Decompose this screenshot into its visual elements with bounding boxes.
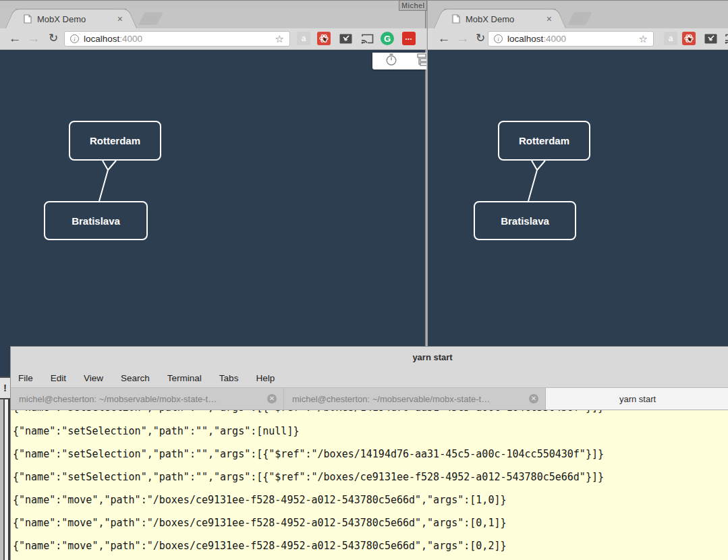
page-info-icon[interactable]: i	[70, 34, 79, 43]
url-port: :4000	[543, 34, 566, 44]
mobx-devtools-extension-icon[interactable]	[317, 32, 331, 45]
cast-extension-icon[interactable]	[724, 32, 728, 45]
menu-terminal[interactable]: Terminal	[167, 373, 202, 383]
menu-search[interactable]: Search	[121, 373, 150, 383]
terminal-output[interactable]: {"name":"setSelection","path":"","args":…	[11, 410, 728, 560]
mobx-demo-canvas[interactable]: Rotterdam Bratislava	[428, 50, 728, 347]
browser-tab-mobx-demo[interactable]: MobX Demo ×	[444, 9, 556, 28]
back-button[interactable]: ←	[436, 30, 452, 47]
address-bar[interactable]: i localhost:4000 ☆	[488, 31, 654, 47]
node-bratislava[interactable]: Bratislava	[44, 201, 148, 240]
new-tab-button[interactable]	[138, 12, 163, 25]
browser-toolbar: ← → ↻ i localhost:4000 ☆ a	[0, 28, 426, 50]
terminal-titlebar[interactable]: yarn start	[11, 347, 728, 368]
reload-button[interactable]: ↻	[45, 30, 61, 47]
browser-tab-mobx-demo[interactable]: MobX Demo ×	[16, 9, 127, 28]
alert-exclamation-badge: !	[0, 376, 10, 399]
terminal-line: {"name":"move","path":"/boxes/ce9131ee-f…	[13, 540, 507, 552]
tab-title: MobX Demo	[37, 14, 113, 24]
node-bratislava[interactable]: Bratislava	[474, 201, 576, 240]
url-host: localhost	[507, 34, 543, 44]
inbox-extension-icon[interactable]	[704, 32, 717, 45]
tab-close-icon[interactable]: ✕	[267, 394, 277, 403]
terminal-tab-1[interactable]: michel@chesterton: ~/mobservable/mobx-st…	[11, 388, 284, 410]
address-bar[interactable]: i localhost:4000 ☆	[64, 31, 290, 47]
menu-tabs[interactable]: Tabs	[219, 373, 239, 383]
desktop: MobX Demo × ← → ↻ i localhost:4000 ☆ a	[0, 0, 728, 560]
menu-edit[interactable]: Edit	[51, 373, 66, 383]
bookmark-star-icon[interactable]: ☆	[275, 33, 284, 45]
terminal-line-clipped: {"name":"setSelection","path":"","args":…	[13, 410, 604, 414]
reload-button[interactable]: ↻	[472, 30, 488, 47]
browser-window-left: MobX Demo × ← → ↻ i localhost:4000 ☆ a	[0, 0, 426, 346]
terminal-line: {"name":"setSelection","path":"","args":…	[13, 471, 604, 483]
disabled-extension-icon[interactable]: a	[664, 32, 677, 45]
browser-toolbar: ← → ↻ i localhost:4000 ☆ a	[428, 28, 728, 50]
tab-title: MobX Demo	[466, 14, 542, 24]
grammarly-extension-icon[interactable]: G	[381, 32, 394, 45]
disabled-extension-icon[interactable]: a	[297, 32, 310, 45]
terminal-window: yarn start File Edit View Search Termina…	[10, 346, 728, 560]
node-rotterdam[interactable]: Rotterdam	[498, 121, 590, 161]
terminal-tab-2[interactable]: michel@chesterton: ~/mobservable/mobx-st…	[284, 388, 546, 410]
forward-button[interactable]: →	[455, 30, 471, 47]
page-favicon-icon	[24, 14, 32, 24]
node-rotterdam[interactable]: Rotterdam	[69, 121, 161, 161]
node-label: Rotterdam	[519, 135, 569, 146]
node-label: Bratislava	[501, 215, 549, 227]
terminal-tab-yarn-start[interactable]: yarn start	[546, 388, 728, 410]
menu-file[interactable]: File	[18, 373, 33, 383]
tab-close-icon[interactable]: ×	[547, 14, 552, 24]
inbox-extension-icon[interactable]	[339, 32, 352, 45]
node-label: Rotterdam	[90, 135, 140, 146]
red-dots-extension-icon[interactable]: •••	[402, 32, 416, 45]
page-info-icon[interactable]: i	[494, 34, 503, 43]
terminal-line: {"name":"setSelection","path":"","args":…	[13, 425, 299, 437]
page-favicon-icon	[452, 14, 460, 24]
window-edge	[425, 0, 426, 346]
terminal-menubar: File Edit View Search Terminal Tabs Help	[11, 368, 728, 387]
change-log-icon[interactable]	[415, 53, 426, 69]
terminal-line: {"name":"move","path":"/boxes/ce9131ee-f…	[13, 494, 507, 506]
new-tab-button[interactable]	[567, 12, 592, 25]
tab-close-icon[interactable]: ✕	[529, 394, 538, 403]
window-frame[interactable]	[428, 0, 728, 9]
url-host: localhost	[84, 34, 119, 44]
background-window-sliver	[0, 399, 10, 560]
box-connector-line	[0, 50, 426, 346]
back-button[interactable]: ←	[7, 30, 23, 47]
menu-help[interactable]: Help	[256, 373, 275, 383]
mobx-demo-canvas[interactable]: Rotterdam Bratislava	[0, 50, 426, 346]
menu-view[interactable]: View	[84, 373, 103, 383]
bookmark-star-icon[interactable]: ☆	[639, 33, 648, 45]
mobx-devtools-extension-icon[interactable]	[682, 32, 696, 45]
background-window-title-fragment[interactable]: Michel	[399, 0, 427, 11]
terminal-window-title: yarn start	[385, 352, 480, 362]
stopwatch-icon[interactable]	[385, 53, 397, 69]
node-label: Bratislava	[72, 215, 120, 227]
cast-extension-icon[interactable]	[360, 32, 374, 45]
forward-button[interactable]: →	[26, 30, 42, 47]
terminal-line: {"name":"move","path":"/boxes/ce9131ee-f…	[13, 517, 507, 529]
box-connector-line	[428, 50, 728, 347]
terminal-line: {"name":"setSelection","path":"","args":…	[13, 448, 604, 460]
tab-close-icon[interactable]: ×	[117, 14, 123, 24]
mobx-devtools-toolbar	[372, 53, 426, 69]
url-port: :4000	[119, 34, 142, 44]
browser-window-right: MobX Demo × ← → ↻ i localhost:4000 ☆ a	[427, 0, 728, 347]
background-window-sliver	[0, 344, 10, 376]
terminal-tabbar: michel@chesterton: ~/mobservable/mobx-st…	[11, 387, 728, 410]
window-frame[interactable]	[0, 0, 426, 9]
